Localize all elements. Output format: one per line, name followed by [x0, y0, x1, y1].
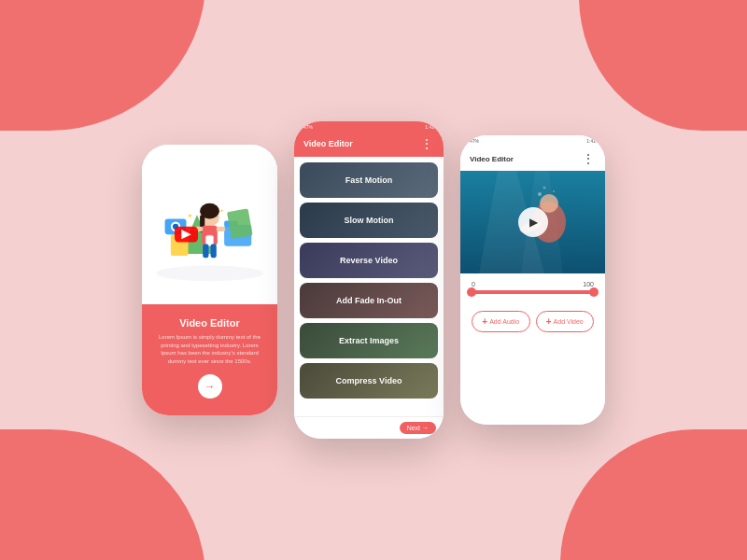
next-button[interactable]: Next →	[400, 422, 436, 434]
phones-container: ✦ ✦ Vid	[142, 121, 605, 439]
right-menu-dots[interactable]: ⋮	[582, 151, 596, 166]
add-audio-label: Add Audio	[489, 318, 519, 325]
menu-item-slow-motion-label: Slow Motion	[345, 216, 394, 225]
menu-item-slow-motion[interactable]: Slow Motion	[300, 203, 438, 238]
mid-menu-dots[interactable]: ⋮	[420, 136, 434, 151]
menu-item-reverse-video[interactable]: Reverse Video	[300, 243, 438, 278]
svg-point-30	[543, 187, 546, 189]
right-status-right: 1:41	[586, 138, 596, 144]
slider-thumb-left[interactable]	[467, 287, 476, 297]
svg-point-31	[553, 190, 555, 192]
menu-item-compress-label: Compress Video	[336, 376, 402, 385]
add-buttons-row: + Add Audio + Add Video	[460, 311, 605, 343]
svg-point-29	[538, 192, 542, 196]
svg-text:✦: ✦	[187, 211, 193, 220]
slider-min-label: 0	[472, 281, 475, 287]
phone-right: 47% 1:41 Video Editor ⋮	[460, 135, 605, 425]
illustration-area: ✦ ✦	[142, 145, 277, 304]
menu-item-reverse-video-label: Reverse Video	[340, 256, 398, 265]
blob-top-left	[0, 0, 205, 131]
mid-status-right: 1:41	[425, 124, 434, 130]
phone-left-bottom: Video Editor Lorem Ipsum is simply dummy…	[142, 304, 277, 415]
phone-left-title: Video Editor	[153, 317, 266, 329]
video-controls: 0 100	[460, 273, 605, 311]
blob-bottom-left	[0, 429, 205, 560]
right-status-bar: 47% 1:41	[460, 135, 605, 147]
menu-item-extract[interactable]: Extract Images	[300, 323, 438, 358]
add-audio-button[interactable]: + Add Audio	[472, 311, 530, 332]
mid-app-title: Video Editor	[303, 139, 353, 148]
slider-max-label: 100	[583, 281, 594, 287]
phone-left: ✦ ✦ Vid	[142, 145, 277, 415]
blob-top-right	[579, 0, 747, 131]
svg-text:✦: ✦	[219, 207, 224, 214]
mid-footer: Next →	[294, 416, 444, 439]
menu-item-fast-motion[interactable]: Fast Motion	[300, 162, 438, 198]
phone-mid: 47% 1:41 Video Editor ⋮ Fast Motion Slow…	[294, 121, 444, 439]
add-video-button[interactable]: + Add Video	[536, 311, 595, 332]
right-content-area	[460, 343, 605, 425]
mid-menu-list: Fast Motion Slow Motion Reverse Video Ad…	[294, 157, 444, 416]
illustration-svg: ✦ ✦	[151, 154, 268, 295]
svg-point-0	[156, 265, 263, 281]
svg-rect-20	[211, 245, 217, 259]
slider-labels: 0 100	[472, 281, 594, 287]
phone-left-description: Lorem Ipsum is simply dummy text of the …	[153, 333, 266, 365]
arrow-button[interactable]	[198, 374, 222, 399]
menu-item-fast-motion-label: Fast Motion	[345, 175, 393, 185]
video-slider[interactable]	[472, 290, 594, 294]
menu-item-fade[interactable]: Add Fade In-Out	[300, 283, 438, 318]
blob-bottom-right	[560, 429, 747, 560]
menu-item-fade-label: Add Fade In-Out	[336, 296, 402, 305]
slider-fill	[472, 290, 594, 294]
mid-status-bar: 47% 1:41	[294, 121, 444, 133]
mid-header: Video Editor ⋮	[294, 133, 444, 157]
mid-status-left: 47%	[303, 124, 313, 130]
add-video-label: Add Video	[554, 318, 584, 325]
menu-item-compress[interactable]: Compress Video	[300, 363, 438, 399]
menu-item-extract-label: Extract Images	[339, 336, 399, 345]
right-status-left: 47%	[470, 138, 479, 144]
video-thumbnail	[460, 171, 605, 273]
right-app-title: Video Editor	[470, 155, 514, 163]
right-header: Video Editor ⋮	[460, 147, 605, 171]
svg-rect-17	[217, 227, 225, 231]
slider-thumb-right[interactable]	[589, 287, 599, 297]
svg-rect-19	[203, 245, 208, 259]
play-button[interactable]	[518, 207, 548, 237]
